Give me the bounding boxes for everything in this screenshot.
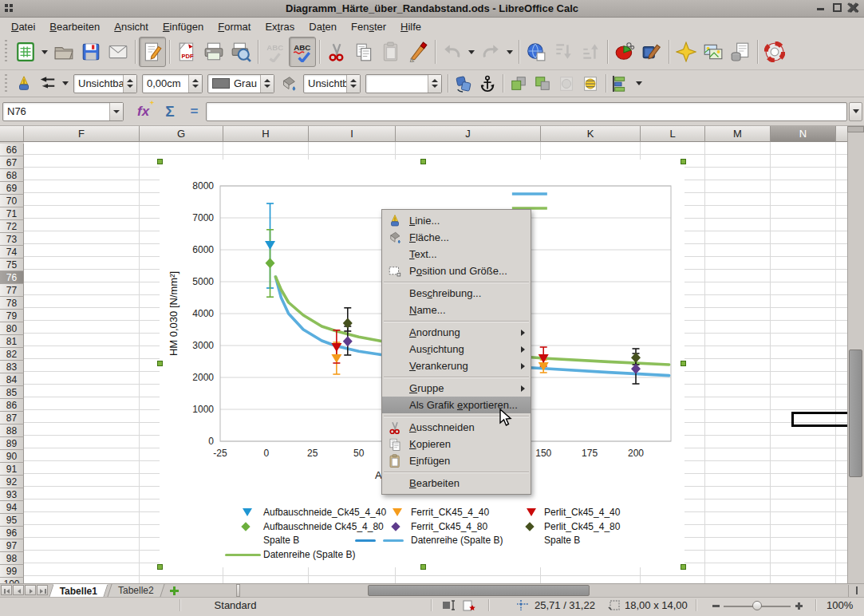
row-header-87[interactable]: 87 <box>0 412 24 424</box>
area-style-select-spinner[interactable] <box>346 75 360 93</box>
row-header-97[interactable]: 97 <box>0 539 24 552</box>
name-box-dropdown[interactable] <box>109 103 123 120</box>
paste-button[interactable] <box>377 37 404 67</box>
arrow-style-dropdown-icon[interactable] <box>62 81 69 85</box>
menu-hilfe[interactable]: Hilfe <box>394 20 428 34</box>
menu-bearbeiten[interactable]: Bearbeiten <box>43 20 106 34</box>
row-header-78[interactable]: 78 <box>0 297 24 310</box>
row-header-89[interactable]: 89 <box>0 437 24 450</box>
area-fill-select-spinner[interactable] <box>428 75 441 93</box>
row-header-70[interactable]: 70 <box>0 195 24 207</box>
row-header-72[interactable]: 72 <box>0 220 24 233</box>
row-header-100[interactable]: 100 <box>0 578 24 583</box>
sheet-tab-tabelle1[interactable]: Tabelle1 <box>49 584 108 597</box>
row-header-91[interactable]: 91 <box>0 463 24 476</box>
sort-ascending-button[interactable] <box>577 37 604 67</box>
formula-bar-expand-icon[interactable] <box>849 102 862 121</box>
row-header-71[interactable]: 71 <box>0 207 24 220</box>
auto-spellcheck-button[interactable]: ABC <box>289 37 316 67</box>
minimize-button[interactable] <box>815 2 826 13</box>
export-pdf-button[interactable]: PDF <box>173 37 200 67</box>
edit-file-button[interactable] <box>139 37 166 67</box>
selection-handle[interactable] <box>681 564 686 570</box>
row-header-75[interactable]: 75 <box>0 259 24 271</box>
vertical-split-handle[interactable] <box>847 126 864 132</box>
close-document-icon[interactable] <box>846 2 858 13</box>
formula-input-line[interactable] <box>206 102 847 121</box>
zoom-out-icon[interactable] <box>712 605 720 607</box>
row-header-90[interactable]: 90 <box>0 450 24 463</box>
column-header-L[interactable]: L <box>641 126 705 142</box>
toolbar-grip[interactable] <box>2 74 10 93</box>
menu-daten[interactable]: Daten <box>302 20 343 34</box>
context-menu-item-einfügen[interactable]: Einfügen <box>382 452 531 469</box>
arrow-style-button[interactable] <box>36 73 60 95</box>
sheet-tab-tabelle2[interactable]: Tabelle2 <box>108 584 165 597</box>
to-foreground-button[interactable] <box>554 73 578 95</box>
line-color-select[interactable]: Grau <box>207 74 274 93</box>
add-sheet-icon[interactable] <box>168 584 180 597</box>
context-menu-item-beschreibung[interactable]: Beschreibung... <box>382 285 531 302</box>
next-sheet-icon[interactable] <box>25 585 36 595</box>
horizontal-scrollbar-thumb[interactable] <box>368 585 590 596</box>
column-header-J[interactable]: J <box>396 126 541 142</box>
row-header-86[interactable]: 86 <box>0 399 24 412</box>
hyperlink-button[interactable] <box>523 37 550 67</box>
gallery-images-button[interactable] <box>700 37 727 67</box>
selection-handle[interactable] <box>420 159 426 164</box>
name-box[interactable]: N76 <box>2 102 124 121</box>
sum-icon[interactable]: Σ <box>165 103 174 120</box>
page-preview-button[interactable] <box>227 37 254 67</box>
save-button[interactable] <box>77 37 105 67</box>
line-dialog-button[interactable] <box>12 73 36 95</box>
email-button[interactable] <box>105 37 132 67</box>
row-header-68[interactable]: 68 <box>0 169 24 182</box>
rotate-button[interactable] <box>452 73 475 95</box>
menu-datei[interactable]: Datei <box>5 20 41 34</box>
send-to-back-button[interactable] <box>531 73 554 95</box>
context-menu-item-verankerung[interactable]: Verankerung <box>382 357 531 374</box>
line-width-input-spinner[interactable] <box>188 75 202 93</box>
row-header-99[interactable]: 99 <box>0 565 24 578</box>
page-style-label[interactable]: Standard <box>191 599 279 611</box>
column-header-N[interactable]: N <box>771 126 836 142</box>
line-width-input[interactable]: 0,00cm <box>142 74 203 93</box>
undo-dropdown-icon[interactable] <box>468 50 475 54</box>
help-button[interactable] <box>761 37 788 67</box>
row-header-94[interactable]: 94 <box>0 501 24 514</box>
column-header-G[interactable]: G <box>140 126 223 142</box>
row-header-66[interactable]: 66 <box>0 144 24 156</box>
align-button[interactable] <box>610 73 633 95</box>
menu-ansicht[interactable]: Ansicht <box>108 20 155 34</box>
line-color-select-spinner[interactable] <box>260 75 274 93</box>
row-header-85[interactable]: 85 <box>0 386 24 399</box>
context-menu-item-ausrichtung[interactable]: Ausrichtung <box>382 341 531 357</box>
function-wizard-icon[interactable]: fx <box>137 104 149 120</box>
row-header-76[interactable]: 76 <box>0 271 24 284</box>
vertical-scrollbar-thumb[interactable] <box>849 349 862 477</box>
zoom-in-icon[interactable] <box>795 602 803 610</box>
line-style-select-spinner[interactable] <box>123 75 136 93</box>
row-header-82[interactable]: 82 <box>0 348 24 361</box>
context-menu-item-name[interactable]: Name... <box>382 302 531 318</box>
column-header-I[interactable]: I <box>309 126 396 142</box>
to-background-button[interactable] <box>578 73 602 95</box>
row-header-80[interactable]: 80 <box>0 322 24 335</box>
last-sheet-icon[interactable] <box>37 585 48 595</box>
menu-fenster[interactable]: Fenster <box>345 20 393 34</box>
row-header-88[interactable]: 88 <box>0 424 24 437</box>
print-button[interactable] <box>200 37 227 67</box>
context-menu-item-gruppe[interactable]: Gruppe <box>382 380 531 397</box>
row-header-77[interactable]: 77 <box>0 284 24 297</box>
previous-sheet-icon[interactable] <box>13 585 24 595</box>
undo-button[interactable] <box>439 37 466 67</box>
align-dropdown-icon[interactable] <box>636 81 642 85</box>
horizontal-scrollbar[interactable] <box>240 584 847 597</box>
row-header-84[interactable]: 84 <box>0 373 24 386</box>
menu-format[interactable]: Format <box>211 20 257 34</box>
cut-button[interactable] <box>323 37 350 67</box>
row-header-69[interactable]: 69 <box>0 182 24 195</box>
row-header-79[interactable]: 79 <box>0 310 24 322</box>
bring-to-front-button[interactable] <box>507 73 531 95</box>
context-menu-item-fläche[interactable]: Fläche... <box>382 229 531 246</box>
